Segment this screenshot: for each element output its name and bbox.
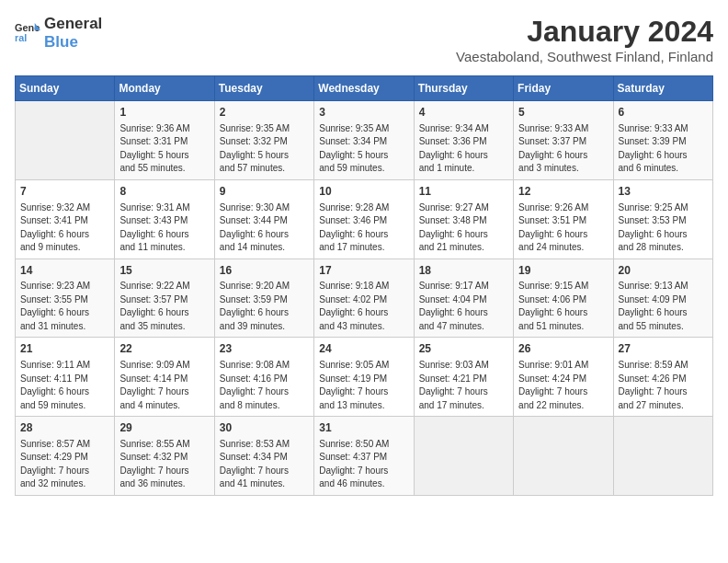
day-info: Sunrise: 8:53 AMSunset: 4:34 PMDaylight:… [220,438,309,491]
day-number: 20 [619,263,708,279]
day-info: Sunrise: 9:03 AMSunset: 4:21 PMDaylight:… [419,359,508,412]
day-number: 14 [20,263,109,279]
day-number: 17 [319,263,408,279]
calendar-week-row: 7Sunrise: 9:32 AMSunset: 3:41 PMDaylight… [16,179,713,259]
day-info: Sunrise: 9:36 AMSunset: 3:31 PMDaylight:… [119,122,209,176]
day-number: 7 [20,184,109,200]
calendar-cell: 27Sunrise: 8:59 AMSunset: 4:26 PMDayligh… [613,338,712,417]
day-number: 2 [220,105,309,121]
day-number: 10 [319,184,408,200]
day-info: Sunrise: 9:35 AMSunset: 3:34 PMDaylight:… [319,122,408,176]
day-info: Sunrise: 9:28 AMSunset: 3:46 PMDaylight:… [319,201,408,255]
calendar-cell: 23Sunrise: 9:08 AMSunset: 4:16 PMDayligh… [214,338,313,417]
logo: Gene ral General Blue [15,15,102,51]
day-info: Sunrise: 9:15 AMSunset: 4:06 PMDaylight:… [518,280,608,333]
calendar-cell: 3Sunrise: 9:35 AMSunset: 3:34 PMDaylight… [314,101,414,180]
logo-text-line1: General [44,15,102,33]
day-number: 3 [319,105,408,121]
day-info: Sunrise: 8:50 AMSunset: 4:37 PMDaylight:… [319,438,408,491]
header-wednesday: Wednesday [314,76,414,101]
calendar-cell: 28Sunrise: 8:57 AMSunset: 4:29 PMDayligh… [16,417,115,496]
day-number: 31 [319,420,408,436]
day-number: 28 [20,420,109,436]
calendar-cell: 25Sunrise: 9:03 AMSunset: 4:21 PMDayligh… [414,338,513,417]
day-info: Sunrise: 9:35 AMSunset: 3:32 PMDaylight:… [220,122,309,176]
day-info: Sunrise: 9:11 AMSunset: 4:11 PMDaylight:… [20,359,109,412]
calendar-cell: 13Sunrise: 9:25 AMSunset: 3:53 PMDayligh… [613,179,712,259]
calendar-cell: 19Sunrise: 9:15 AMSunset: 4:06 PMDayligh… [514,259,613,338]
day-number: 23 [220,341,309,357]
day-number: 4 [419,105,508,121]
day-number: 21 [20,341,109,357]
calendar-cell: 17Sunrise: 9:18 AMSunset: 4:02 PMDayligh… [314,259,414,338]
calendar-cell: 26Sunrise: 9:01 AMSunset: 4:24 PMDayligh… [514,338,613,417]
day-number: 15 [119,263,209,279]
calendar-cell [16,101,115,180]
day-info: Sunrise: 9:05 AMSunset: 4:19 PMDaylight:… [319,359,408,412]
calendar-cell: 24Sunrise: 9:05 AMSunset: 4:19 PMDayligh… [314,338,414,417]
day-number: 11 [419,184,508,200]
day-info: Sunrise: 9:01 AMSunset: 4:24 PMDaylight:… [518,359,608,412]
day-number: 18 [419,263,508,279]
day-info: Sunrise: 9:32 AMSunset: 3:41 PMDaylight:… [20,201,109,255]
day-info: Sunrise: 9:20 AMSunset: 3:59 PMDaylight:… [220,280,309,333]
day-number: 29 [119,420,209,436]
day-number: 22 [119,341,209,357]
day-info: Sunrise: 9:26 AMSunset: 3:51 PMDaylight:… [518,201,608,255]
calendar-table: SundayMondayTuesdayWednesdayThursdayFrid… [15,75,713,496]
calendar-cell: 4Sunrise: 9:34 AMSunset: 3:36 PMDaylight… [414,101,513,180]
day-info: Sunrise: 9:33 AMSunset: 3:39 PMDaylight:… [619,122,708,176]
day-info: Sunrise: 9:22 AMSunset: 3:57 PMDaylight:… [119,280,209,333]
svg-text:ral: ral [15,32,27,43]
day-number: 6 [619,105,708,121]
header-thursday: Thursday [414,76,513,101]
calendar-cell: 9Sunrise: 9:30 AMSunset: 3:44 PMDaylight… [214,179,313,259]
day-number: 8 [119,184,209,200]
calendar-cell: 31Sunrise: 8:50 AMSunset: 4:37 PMDayligh… [314,417,414,496]
calendar-cell: 7Sunrise: 9:32 AMSunset: 3:41 PMDaylight… [16,179,115,259]
calendar-cell: 12Sunrise: 9:26 AMSunset: 3:51 PMDayligh… [514,179,613,259]
day-number: 26 [518,341,608,357]
header-saturday: Saturday [613,76,712,101]
day-info: Sunrise: 9:30 AMSunset: 3:44 PMDaylight:… [220,201,309,255]
calendar-header-row: SundayMondayTuesdayWednesdayThursdayFrid… [16,76,713,101]
day-number: 24 [319,341,408,357]
calendar-cell: 10Sunrise: 9:28 AMSunset: 3:46 PMDayligh… [314,179,414,259]
day-number: 16 [220,263,309,279]
calendar-cell: 16Sunrise: 9:20 AMSunset: 3:59 PMDayligh… [214,259,313,338]
day-number: 1 [119,105,209,121]
header-tuesday: Tuesday [214,76,313,101]
calendar-cell: 11Sunrise: 9:27 AMSunset: 3:48 PMDayligh… [414,179,513,259]
calendar-cell: 15Sunrise: 9:22 AMSunset: 3:57 PMDayligh… [115,259,214,338]
day-number: 5 [518,105,608,121]
calendar-cell: 5Sunrise: 9:33 AMSunset: 3:37 PMDaylight… [514,101,613,180]
calendar-cell: 8Sunrise: 9:31 AMSunset: 3:43 PMDaylight… [115,179,214,259]
day-number: 30 [220,420,309,436]
day-info: Sunrise: 9:09 AMSunset: 4:14 PMDaylight:… [119,359,209,412]
calendar-week-row: 21Sunrise: 9:11 AMSunset: 4:11 PMDayligh… [16,338,713,417]
calendar-cell [514,417,613,496]
day-info: Sunrise: 9:27 AMSunset: 3:48 PMDaylight:… [419,201,508,255]
logo-text-line2: Blue [44,33,102,52]
day-number: 13 [619,184,708,200]
day-number: 9 [220,184,309,200]
day-number: 27 [619,341,708,357]
calendar-cell: 21Sunrise: 9:11 AMSunset: 4:11 PMDayligh… [16,338,115,417]
location-subtitle: Vaestaboland, Southwest Finland, Finland [456,49,713,64]
day-number: 12 [518,184,608,200]
day-info: Sunrise: 9:33 AMSunset: 3:37 PMDaylight:… [518,122,608,176]
calendar-cell: 2Sunrise: 9:35 AMSunset: 3:32 PMDaylight… [214,101,313,180]
day-info: Sunrise: 9:18 AMSunset: 4:02 PMDaylight:… [319,280,408,333]
calendar-cell [613,417,712,496]
day-number: 19 [518,263,608,279]
title-block: January 2024 Vaestaboland, Southwest Fin… [456,15,713,64]
day-info: Sunrise: 9:17 AMSunset: 4:04 PMDaylight:… [419,280,508,333]
header-monday: Monday [115,76,214,101]
calendar-cell [414,417,513,496]
day-info: Sunrise: 8:55 AMSunset: 4:32 PMDaylight:… [119,438,209,491]
calendar-week-row: 28Sunrise: 8:57 AMSunset: 4:29 PMDayligh… [16,417,713,496]
day-info: Sunrise: 8:59 AMSunset: 4:26 PMDaylight:… [619,359,708,412]
calendar-cell: 29Sunrise: 8:55 AMSunset: 4:32 PMDayligh… [115,417,214,496]
day-info: Sunrise: 9:31 AMSunset: 3:43 PMDaylight:… [119,201,209,255]
calendar-cell: 1Sunrise: 9:36 AMSunset: 3:31 PMDaylight… [115,101,214,180]
